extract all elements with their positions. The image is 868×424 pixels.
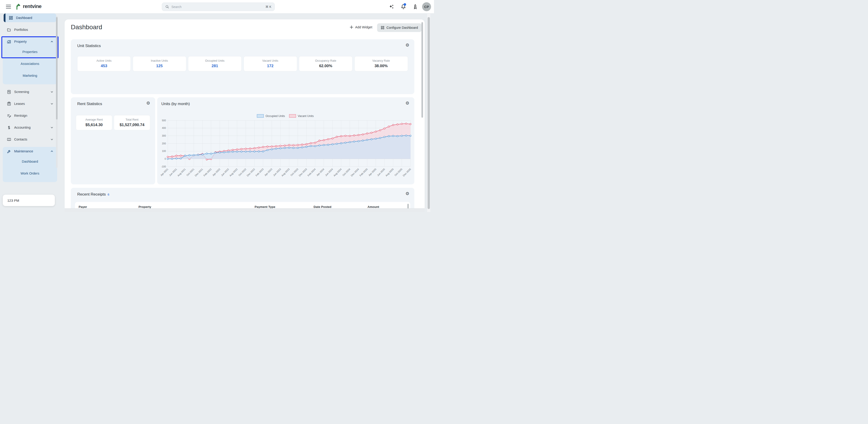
sidebar-item-accounting[interactable]: Accounting	[4, 123, 56, 132]
stat-value: 172	[244, 64, 297, 68]
sidebar-item-label: Dashboard	[16, 16, 32, 20]
rocket-icon[interactable]	[412, 4, 418, 10]
dashboard-scrollbar-thumb[interactable]	[422, 22, 423, 118]
receipts-column-header-property[interactable]: Property	[138, 205, 151, 208]
sidebar-item-label: Accounting	[14, 126, 31, 129]
stat-label: Occupancy Rate	[299, 59, 352, 62]
legend-item-vacant-units[interactable]: Vacant Units	[289, 114, 314, 118]
sidebar-item-label: Contacts	[14, 137, 27, 141]
svg-text:Dec-2024: Dec-2024	[350, 168, 360, 177]
svg-text:Feb-2022: Feb-2022	[203, 168, 212, 177]
svg-text:Jun-2024: Jun-2024	[324, 168, 334, 177]
unit-statistics-widget: Unit Statistics ⚙ Active Units453Inactiv…	[71, 39, 414, 94]
global-search[interactable]: ⌘ K	[162, 2, 275, 11]
horizontal-scrollbar-strip[interactable]	[65, 208, 425, 212]
chevron-up-icon	[50, 40, 54, 43]
sidebar-group-property: PropertyPropertiesAssociationsMarketing	[3, 37, 57, 84]
svg-text:Aug-2025: Aug-2025	[385, 168, 394, 177]
chevron-down-icon	[50, 138, 54, 141]
svg-text:Jun-2025: Jun-2025	[376, 168, 385, 177]
sidebar-nav: DashboardPortfoliosPropertyPropertiesAss…	[0, 13, 60, 212]
svg-text:Oct-2022: Oct-2022	[238, 168, 247, 176]
stat-value: 38.00%	[355, 64, 408, 68]
stat-label: Total Rent	[114, 118, 150, 121]
add-widget-button[interactable]: Add Widget	[350, 25, 372, 29]
stat-label: Vacant Units	[244, 59, 297, 62]
legend-label: Vacant Units	[298, 115, 314, 118]
unit-stat-card-2: Inactive Units125	[133, 56, 186, 71]
rent-stat-card-1: Average Rent$5,614.30	[76, 115, 112, 130]
top-bar: rentvine ⌘ K	[0, 0, 434, 13]
rent-statistics-settings-gear-icon[interactable]: ⚙	[146, 101, 150, 105]
sidebar-subitem-associations[interactable]: Associations	[3, 58, 57, 70]
search-shortcut-hint: ⌘ K	[265, 5, 271, 8]
wrench-icon	[7, 149, 11, 154]
svg-text:Feb-2024: Feb-2024	[307, 168, 316, 177]
svg-text:Oct-2024: Oct-2024	[342, 168, 351, 176]
notifications-bell-icon[interactable]	[400, 4, 406, 10]
add-widget-label: Add Widget	[355, 25, 372, 29]
user-avatar[interactable]: CP	[422, 2, 431, 11]
chevron-down-icon	[50, 102, 54, 105]
unit-statistics-settings-gear-icon[interactable]: ⚙	[405, 43, 409, 47]
configure-dashboard-label: Configure Dashboard	[386, 26, 418, 30]
legend-item-occupied-units[interactable]: Occupied Units	[257, 114, 285, 118]
legend-swatch	[257, 114, 264, 118]
dollar-icon	[7, 125, 11, 130]
sidebar-item-label: Portfolios	[14, 28, 28, 32]
configure-dashboard-button[interactable]: Configure Dashboard	[377, 23, 422, 32]
sidebar-item-rentsign[interactable]: Rentsign	[4, 111, 56, 120]
sidebar-subitem-work-orders[interactable]: Work Orders	[3, 167, 57, 179]
recent-receipts-settings-gear-icon[interactable]: ⚙	[405, 191, 409, 196]
hamburger-menu-icon[interactable]	[6, 5, 11, 8]
sidebar-item-contacts[interactable]: Contacts	[4, 135, 56, 144]
svg-text:Jun-2021: Jun-2021	[168, 168, 178, 177]
notification-dot	[404, 3, 406, 6]
unit-stat-card-4: Vacant Units172	[244, 56, 297, 71]
svg-text:Dec-2022: Dec-2022	[246, 168, 255, 177]
receipts-column-header-amount[interactable]: Amount	[368, 205, 379, 208]
ai-sparkles-icon[interactable]	[389, 4, 395, 10]
plus-icon	[350, 25, 353, 29]
recent-receipts-count: 6	[107, 193, 110, 196]
svg-text:100: 100	[162, 150, 166, 152]
rent-stat-card-2: Total Rent$1,527,090.74	[114, 115, 150, 130]
sidebar-item-leases[interactable]: Leases	[4, 99, 56, 108]
stat-label: Vacancy Rate	[355, 59, 408, 62]
legend-label: Occupied Units	[266, 115, 285, 118]
page-scrollbar-thumb[interactable]	[428, 17, 430, 209]
stat-label: Inactive Units	[133, 59, 186, 62]
sidebar-scrollbar-thumb[interactable]	[56, 17, 58, 120]
main-content-panel: Dashboard Add Widget Configure Dashboard…	[65, 20, 425, 212]
svg-text:500: 500	[162, 119, 166, 122]
sidebar-item-dashboard[interactable]: Dashboard	[4, 13, 56, 22]
sidebar-subitem-properties[interactable]: Properties	[3, 46, 57, 58]
app-logo[interactable]: rentvine	[16, 3, 41, 10]
screening-icon	[7, 90, 11, 94]
sidebar-subitem-dashboard[interactable]: Dashboard	[3, 156, 57, 167]
rent-statistics-widget: Rent Statistics ⚙ Average Rent$5,614.30T…	[71, 97, 155, 184]
sidebar-item-label: Leases	[14, 102, 25, 105]
svg-text:Oct-2025: Oct-2025	[394, 168, 403, 176]
receipts-column-header-payer[interactable]: Payer	[79, 205, 87, 208]
dashboard-grid-icon	[9, 16, 13, 20]
sidebar-item-portfolios[interactable]: Portfolios	[4, 25, 56, 34]
sidebar-item-maintenance[interactable]: Maintenance	[4, 147, 56, 156]
svg-text:Dec-2023: Dec-2023	[298, 168, 308, 177]
svg-text:200: 200	[162, 142, 166, 145]
svg-text:-100: -100	[161, 165, 166, 168]
unit-stat-card-1: Active Units453	[77, 56, 131, 71]
svg-text:Aug-2022: Aug-2022	[229, 168, 238, 177]
units-chart-settings-gear-icon[interactable]: ⚙	[405, 101, 409, 105]
sidebar-group-maintenance: MaintenanceDashboardWork Orders	[3, 147, 57, 182]
stat-value: 125	[133, 64, 186, 68]
search-input[interactable]	[172, 5, 263, 9]
sidebar-item-screening[interactable]: Screening	[4, 88, 56, 96]
receipts-column-header-payment-type[interactable]: Payment Type	[255, 205, 275, 208]
sidebar-item-property[interactable]: Property	[4, 37, 56, 46]
svg-text:Apr-2021: Apr-2021	[160, 168, 169, 176]
sidebar-item-label: Maintenance	[14, 150, 33, 153]
receipts-column-header-date-posted[interactable]: Date Posted	[314, 205, 331, 208]
stat-value: $5,614.30	[76, 123, 112, 127]
sidebar-subitem-marketing[interactable]: Marketing	[3, 70, 57, 81]
